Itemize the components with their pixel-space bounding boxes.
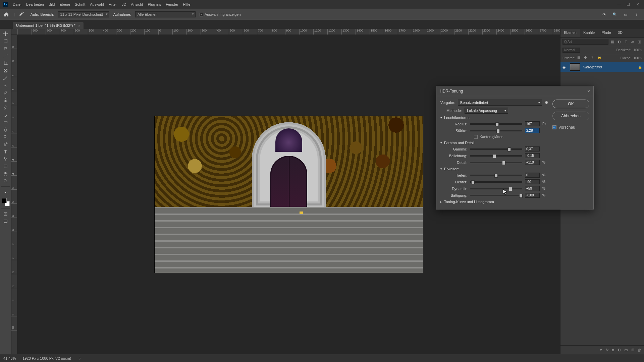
search-icon[interactable]: 🔍 xyxy=(612,11,618,17)
section-advanced[interactable]: ▾Erweitert xyxy=(440,167,548,171)
layer-lock-icon[interactable]: 🔒 xyxy=(638,65,642,69)
vibrance-slider[interactable] xyxy=(470,188,522,189)
eyedropper-tool-icon[interactable] xyxy=(19,11,26,18)
filter-shape-icon[interactable]: ▱ xyxy=(630,39,635,45)
sample-layers-dropdown[interactable]: Alle Ebenen xyxy=(135,11,196,17)
menu-file[interactable]: Datei xyxy=(13,2,21,6)
gradient-tool-icon[interactable] xyxy=(1,119,10,125)
menu-view[interactable]: Ansicht xyxy=(131,2,143,6)
highlight-value[interactable]: -90 xyxy=(525,179,540,184)
gamma-slider[interactable] xyxy=(470,148,522,150)
menu-help[interactable]: Hilfe xyxy=(183,2,190,6)
brush-tool-icon[interactable] xyxy=(1,89,10,96)
radius-value[interactable]: 167 xyxy=(525,121,540,126)
shadow-slider[interactable] xyxy=(470,175,522,176)
smooth-edges-checkbox[interactable]: Kanten glätten xyxy=(474,135,548,139)
crop-tool-icon[interactable] xyxy=(1,60,10,66)
sample-size-dropdown[interactable]: 11 x 11 Pixel Durchschnitt xyxy=(58,11,109,17)
horizontal-ruler[interactable]: 9008007006005004003002001000100200300400… xyxy=(17,29,560,35)
exposure-slider[interactable] xyxy=(470,155,522,157)
blur-tool-icon[interactable] xyxy=(1,126,10,133)
vibrance-value[interactable]: +59 xyxy=(525,186,540,191)
menu-image[interactable]: Bild xyxy=(49,2,55,6)
edit-toolbar-icon[interactable]: ⋯ xyxy=(1,189,10,195)
new-layer-icon[interactable]: ⊞ xyxy=(631,348,634,352)
ok-button[interactable]: OK xyxy=(552,100,589,108)
frame-tool-icon[interactable] xyxy=(1,67,10,74)
blend-mode-dropdown[interactable]: Normal xyxy=(562,48,580,53)
cloud-docs-icon[interactable]: ◔ xyxy=(601,11,607,17)
menu-edit[interactable]: Bearbeiten xyxy=(26,2,44,6)
vertical-ruler[interactable]: 0011223344556677889910 xyxy=(11,35,17,354)
eraser-tool-icon[interactable] xyxy=(1,111,10,118)
workspace-icon[interactable]: ▭ xyxy=(623,11,629,17)
tab-channels[interactable]: Kanäle xyxy=(580,29,598,37)
move-tool-icon[interactable] xyxy=(1,30,10,37)
window-close-icon[interactable]: ✕ xyxy=(634,1,641,7)
method-dropdown[interactable]: Lokale Anpassung xyxy=(465,108,508,114)
zoom-tool-icon[interactable] xyxy=(1,178,10,184)
shadow-value[interactable]: 0 xyxy=(525,173,540,178)
lock-artboard-icon[interactable]: ⬍ xyxy=(591,56,595,60)
lock-pixels-icon[interactable]: ▦ xyxy=(577,56,582,60)
ruler-origin[interactable] xyxy=(11,29,17,35)
path-select-icon[interactable] xyxy=(1,156,10,162)
menu-window[interactable]: Fenster xyxy=(166,2,178,6)
window-minimize-icon[interactable]: — xyxy=(615,1,623,7)
dodge-tool-icon[interactable] xyxy=(1,133,10,140)
saturation-value[interactable]: +100 xyxy=(525,193,540,198)
delete-layer-icon[interactable]: 🗑 xyxy=(638,348,641,352)
filter-pixel-icon[interactable]: ▦ xyxy=(610,39,615,45)
eyedropper-icon[interactable] xyxy=(1,74,10,81)
foreground-color-swatch[interactable] xyxy=(2,198,7,203)
link-layers-icon[interactable]: ⬘ xyxy=(600,348,602,352)
filter-smart-icon[interactable]: ◫ xyxy=(637,39,642,45)
group-icon[interactable]: 🗀 xyxy=(624,348,628,352)
tab-3d[interactable]: 3D xyxy=(614,29,626,37)
menu-select[interactable]: Auswahl xyxy=(90,2,104,6)
healing-brush-icon[interactable] xyxy=(1,82,10,88)
exposure-value[interactable]: -0,15 xyxy=(525,153,540,158)
doc-info-readout[interactable]: 1920 Px x 1080 Px (72 ppcm) xyxy=(22,356,71,360)
visibility-icon[interactable]: ◉ xyxy=(562,65,567,69)
quickmask-icon[interactable] xyxy=(1,210,10,217)
lock-all-icon[interactable]: 🔒 xyxy=(597,56,602,60)
status-menu-icon[interactable]: 〉 xyxy=(79,356,83,361)
fill-value[interactable]: 100% xyxy=(633,56,642,60)
menu-plugins[interactable]: Plug-ins xyxy=(148,2,161,6)
shape-tool-icon[interactable] xyxy=(1,163,10,170)
type-tool-icon[interactable] xyxy=(1,148,10,155)
tab-layers[interactable]: Ebenen xyxy=(560,29,580,37)
zoom-readout[interactable]: 41,46% xyxy=(3,356,16,360)
section-curve[interactable]: ▸Toning-Kurve und Histogramm xyxy=(440,200,548,204)
adjustment-layer-icon[interactable]: ◐ xyxy=(618,348,621,352)
layer-row[interactable]: ◉ Hintergrund 🔒 xyxy=(560,62,644,72)
lock-position-icon[interactable]: ✚ xyxy=(584,56,589,60)
window-maximize-icon[interactable]: ☐ xyxy=(625,1,632,7)
section-edge-glow[interactable]: ▾Leuchtkonturen xyxy=(440,116,548,120)
menu-3d[interactable]: 3D xyxy=(121,2,126,6)
hand-tool-icon[interactable] xyxy=(1,170,10,177)
detail-value[interactable]: +110 xyxy=(525,160,540,165)
layer-filter-input[interactable] xyxy=(562,39,608,45)
saturation-slider[interactable] xyxy=(470,195,522,196)
share-icon[interactable]: ⇪ xyxy=(633,11,639,17)
color-swatches[interactable] xyxy=(2,198,10,206)
dialog-close-icon[interactable]: × xyxy=(587,88,590,94)
screenmode-icon[interactable] xyxy=(1,218,10,225)
stamp-tool-icon[interactable] xyxy=(1,97,10,103)
strength-value[interactable]: 2,28 xyxy=(525,128,540,133)
preset-dropdown[interactable]: Benutzerdefiniert xyxy=(458,100,542,106)
strength-slider[interactable] xyxy=(470,130,522,131)
menu-filter[interactable]: Filter xyxy=(109,2,117,6)
layer-mask-icon[interactable]: ◙ xyxy=(612,348,614,352)
radius-slider[interactable] xyxy=(470,123,522,125)
detail-slider[interactable] xyxy=(470,162,522,163)
pen-tool-icon[interactable] xyxy=(1,141,10,147)
preview-checkbox[interactable]: ✓ Vorschau xyxy=(552,125,589,130)
document-tab[interactable]: Unbenannt-1 bei 41,5% (RGB/32*) * × xyxy=(13,22,84,29)
opacity-value[interactable]: 100% xyxy=(633,48,642,52)
section-tone-detail[interactable]: ▾Farbton und Detail xyxy=(440,141,548,145)
tab-paths[interactable]: Pfade xyxy=(598,29,614,37)
layer-thumbnail[interactable] xyxy=(570,63,580,71)
